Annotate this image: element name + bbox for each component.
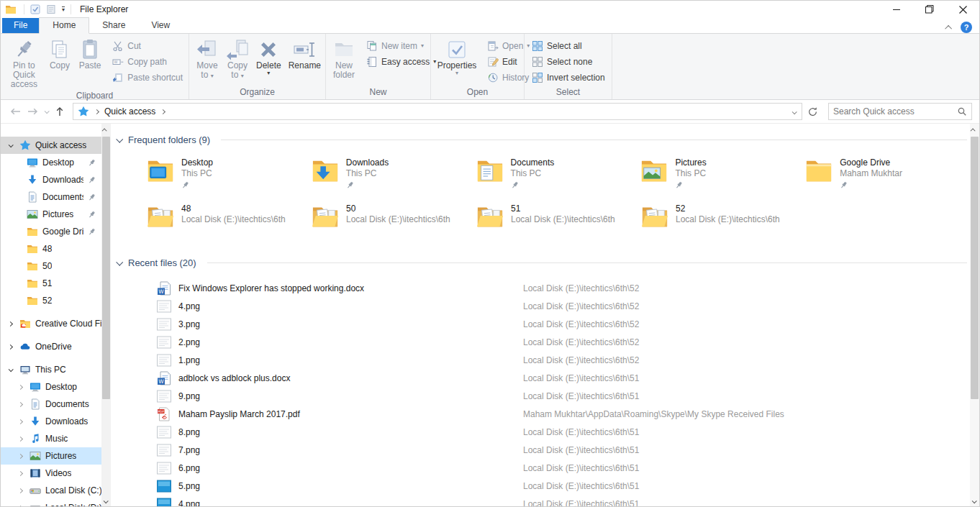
pin-to-quick-access-button[interactable]: Pin to Quick access <box>5 37 43 91</box>
forward-button[interactable] <box>24 103 41 120</box>
sidebar-item-google-drive[interactable]: Google Drive <box>1 223 101 240</box>
paste-button[interactable]: Paste <box>76 37 104 72</box>
tab-view[interactable]: View <box>138 18 183 33</box>
chevron-down-icon[interactable] <box>5 144 15 147</box>
qat-new-folder-icon[interactable] <box>46 4 56 14</box>
content-scrollbar[interactable] <box>970 124 979 507</box>
sidebar-item-documents[interactable]: Documents <box>1 188 101 206</box>
minimize-button[interactable] <box>880 1 913 18</box>
recent-files-header[interactable]: Recent files (20) <box>117 256 970 269</box>
sidebar-item-desktop[interactable]: Desktop <box>1 154 101 171</box>
tab-share[interactable]: Share <box>89 18 138 33</box>
recent-locations-dropdown-icon[interactable] <box>41 103 51 120</box>
scroll-up-icon[interactable] <box>971 128 976 133</box>
sidebar-item-documents[interactable]: Documents <box>1 396 101 413</box>
recent-file-row[interactable]: 3.pngLocal Disk (E:)\itechtics\6th\52 <box>117 315 970 333</box>
address-bar[interactable]: Quick access <box>73 103 802 120</box>
chevron-right-icon[interactable] <box>15 489 25 493</box>
address-dropdown-icon[interactable] <box>792 106 797 117</box>
delete-button[interactable]: Delete ▾ <box>254 37 283 78</box>
copy-path-button[interactable]: W Copy path <box>109 54 186 70</box>
select-none-button[interactable]: Select none <box>529 54 608 70</box>
sidebar-item-this-pc[interactable]: This PC <box>1 361 101 378</box>
chevron-right-icon[interactable] <box>15 403 25 406</box>
sidebar-item-videos[interactable]: Videos <box>1 465 101 482</box>
sidebar-item-downloads[interactable]: Downloads <box>1 413 101 430</box>
recent-file-row[interactable]: PDFMaham Payslip March 2017.pdfMaham Muk… <box>117 405 970 423</box>
collapse-section-icon[interactable] <box>116 135 123 142</box>
copy-button[interactable]: Copy <box>46 37 73 72</box>
sidebar-item-local-disk-d[interactable]: Local Disk (D:) <box>1 499 101 507</box>
recent-file-row[interactable]: 7.pngLocal Disk (E:)\itechtics\6th\51 <box>117 441 970 459</box>
close-button[interactable] <box>946 1 979 18</box>
folder-tile-51[interactable]: 51Local Disk (E:)\itechtics\6th <box>476 204 641 241</box>
cut-button[interactable]: Cut <box>109 38 186 54</box>
sidebar-item-local-disk-c[interactable]: Local Disk (C:) <box>1 482 101 499</box>
recent-file-row[interactable]: Wadblock vs adblock plus.docxLocal Disk … <box>117 369 970 387</box>
sidebar-item-onedrive[interactable]: OneDrive <box>1 338 101 355</box>
chevron-right-icon[interactable] <box>5 322 15 326</box>
recent-file-row[interactable]: 6.pngLocal Disk (E:)\itechtics\6th\51 <box>117 459 970 477</box>
sidebar-item-48[interactable]: 48 <box>1 240 101 257</box>
paste-shortcut-button[interactable]: Paste shortcut <box>109 70 186 86</box>
folder-tile-downloads[interactable]: DownloadsThis PC <box>312 157 476 195</box>
folder-tile-desktop[interactable]: DesktopThis PC <box>147 157 312 195</box>
search-input[interactable] <box>833 106 957 117</box>
recent-file-row[interactable]: 5.pngLocal Disk (E:)\itechtics\6th\51 <box>117 477 970 495</box>
folder-tile-52[interactable]: 52Local Disk (E:)\itechtics\6th <box>641 204 806 241</box>
collapse-section-icon[interactable] <box>116 258 123 265</box>
recent-file-row[interactable]: 8.pngLocal Disk (E:)\itechtics\6th\51 <box>117 423 970 441</box>
new-item-button[interactable]: New item▾ <box>363 38 439 54</box>
recent-file-row[interactable]: WFix Windows Explorer has stopped workin… <box>117 279 970 297</box>
qat-customize-dropdown-icon[interactable]: ▾ <box>62 6 65 12</box>
folder-tile-documents[interactable]: DocumentsThis PC <box>476 157 641 195</box>
sidebar-item-pictures[interactable]: Pictures <box>1 206 101 223</box>
sidebar-item-downloads[interactable]: Downloads <box>1 171 101 188</box>
sidebar-item-creative-cloud-fil[interactable]: Creative Cloud Fil <box>1 315 101 332</box>
recent-file-row[interactable]: 4.pngLocal Disk (E:)\itechtics\6th\52 <box>117 297 970 315</box>
sidebar-scrollbar[interactable] <box>101 124 111 507</box>
select-all-button[interactable]: Select all <box>529 38 608 54</box>
sidebar-item-music[interactable]: Music <box>1 430 101 447</box>
sidebar-item-52[interactable]: 52 <box>1 292 101 309</box>
folder-tile-48[interactable]: 48Local Disk (E:)\itechtics\6th <box>147 204 312 241</box>
qat-properties-icon[interactable] <box>30 4 40 14</box>
invert-selection-button[interactable]: Invert selection <box>529 70 608 86</box>
sidebar-item-quick-access[interactable]: Quick access <box>1 137 101 154</box>
chevron-right-icon[interactable] <box>15 437 25 441</box>
new-folder-button[interactable]: New folder <box>330 37 358 81</box>
collapse-ribbon-icon[interactable] <box>947 22 952 32</box>
sidebar-item-pictures[interactable]: Pictures <box>1 447 101 465</box>
scroll-down-icon[interactable] <box>104 498 109 503</box>
scrollbar-thumb[interactable] <box>971 137 979 399</box>
restore-button[interactable] <box>913 1 946 18</box>
folder-tile-pictures[interactable]: PicturesThis PC <box>640 157 805 195</box>
properties-button[interactable]: Properties ▾ <box>435 37 478 78</box>
copy-to-button[interactable]: Copy to ▾ <box>224 37 251 81</box>
refresh-button[interactable] <box>804 103 821 120</box>
tab-file[interactable]: File <box>2 18 39 33</box>
scroll-up-icon[interactable] <box>102 128 107 133</box>
recent-file-row[interactable]: 4.pngLocal Disk (E:)\itechtics\6th\51 <box>117 495 970 507</box>
sidebar-item-51[interactable]: 51 <box>1 275 101 292</box>
tab-home[interactable]: Home <box>39 17 89 34</box>
scroll-down-icon[interactable] <box>972 498 977 503</box>
rename-button[interactable]: Rename <box>286 37 323 72</box>
chevron-right-icon[interactable] <box>15 455 25 458</box>
chevron-right-icon[interactable] <box>15 472 25 475</box>
recent-file-row[interactable]: 9.pngLocal Disk (E:)\itechtics\6th\51 <box>117 387 970 405</box>
help-icon[interactable]: ? <box>961 22 972 33</box>
recent-file-row[interactable]: 1.pngLocal Disk (E:)\itechtics\6th\52 <box>117 351 970 369</box>
easy-access-button[interactable]: Easy access▾ <box>363 54 439 70</box>
back-button[interactable] <box>6 103 24 120</box>
chevron-right-icon[interactable] <box>15 385 25 389</box>
folder-tile-google-drive[interactable]: Google DriveMaham Mukhtar <box>805 157 970 195</box>
frequent-folders-header[interactable]: Frequent folders (9) <box>117 133 970 146</box>
sidebar-item-desktop[interactable]: Desktop <box>1 378 101 396</box>
up-button[interactable] <box>51 103 68 120</box>
chevron-right-icon[interactable] <box>5 345 15 349</box>
recent-file-row[interactable]: 2.pngLocal Disk (E:)\itechtics\6th\52 <box>117 333 970 351</box>
chevron-down-icon[interactable] <box>5 368 15 372</box>
folder-tile-50[interactable]: 50Local Disk (E:)\itechtics\6th <box>312 204 476 241</box>
breadcrumb[interactable]: Quick access <box>104 106 155 117</box>
